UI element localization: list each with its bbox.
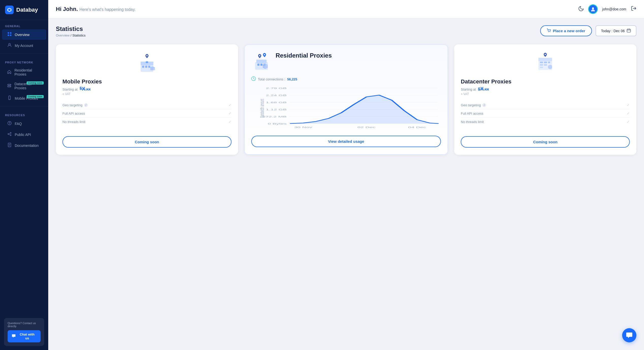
mobile-badge: Coming soon xyxy=(27,95,44,98)
mobile-cta-button[interactable]: Coming soon xyxy=(62,136,232,148)
chat-icon xyxy=(12,334,16,339)
sidebar-item-label: Public API xyxy=(15,133,31,137)
svg-point-8 xyxy=(10,86,11,87)
svg-rect-3 xyxy=(10,34,11,36)
theme-toggle-icon[interactable] xyxy=(578,6,584,12)
datacenter-card-title: Datacenter Proxies xyxy=(461,78,630,85)
sidebar-item-mobile[interactable]: Mobile Proxies Coming soon xyxy=(2,93,46,103)
mobile-card-title: Mobile Proxies xyxy=(62,78,232,85)
sidebar-item-residential[interactable]: Residential Proxies xyxy=(2,66,46,79)
threads-check: ✓ xyxy=(228,120,232,124)
datacenter-icon xyxy=(7,83,11,89)
mobile-price-dec: .XX xyxy=(85,88,91,91)
sidebar-item-documentation[interactable]: Documentation xyxy=(2,140,46,151)
bandwidth-chart: 2.79 GB 2.24 GB 1.68 GB 1.12 GB 572.2 MB… xyxy=(251,85,441,131)
svg-point-73 xyxy=(545,54,546,55)
logo[interactable]: Databay xyxy=(0,0,48,20)
svg-point-35 xyxy=(146,55,147,56)
datacenter-starting-at: Starting at xyxy=(461,88,476,91)
datacenter-cta-button[interactable]: Coming soon xyxy=(461,136,630,148)
connections-label: Total connections : xyxy=(258,77,285,81)
dc-geo-info-icon: i xyxy=(482,103,486,107)
mobile-cta-label: Coming soon xyxy=(135,140,159,144)
svg-rect-66 xyxy=(538,58,552,61)
sidebar-bottom: Questions? Contact us directly Chat with… xyxy=(0,314,48,350)
datacenter-feature-geo: Geo targeting i ✓ xyxy=(461,101,630,109)
page-content: Statistics Overview / Statistics xyxy=(48,18,644,350)
svg-text:?: ? xyxy=(9,122,10,125)
my-account-icon xyxy=(7,43,12,48)
date-picker-button[interactable]: Today : Dec 06 xyxy=(596,25,636,36)
dc-geo-label-text: Geo targeting xyxy=(461,103,481,107)
svg-rect-71 xyxy=(544,64,547,66)
residential-icon xyxy=(7,70,11,75)
user-email: john@doe.com xyxy=(602,7,626,11)
feature-geo-label: Geo targeting i xyxy=(62,103,88,107)
svg-rect-68 xyxy=(544,62,547,63)
mobile-illustration xyxy=(62,51,232,74)
datacenter-cta-label: Coming soon xyxy=(533,140,557,144)
header-right: john@doe.com xyxy=(578,4,636,14)
svg-point-4 xyxy=(9,43,10,45)
svg-rect-69 xyxy=(548,62,550,63)
svg-rect-33 xyxy=(148,66,150,68)
geo-check: ✓ xyxy=(228,103,232,107)
mobile-feature-geo: Geo targeting i ✓ xyxy=(62,101,232,109)
residential-proxies-card: Residential Proxies Total connections : … xyxy=(244,44,448,155)
svg-rect-70 xyxy=(540,64,543,66)
sidebar-item-label: FAQ xyxy=(15,122,22,126)
svg-line-16 xyxy=(9,133,10,134)
public-api-icon xyxy=(7,132,12,137)
mobile-icon xyxy=(7,96,12,101)
mobile-starting-at: Starting at xyxy=(62,88,77,91)
svg-rect-1 xyxy=(10,32,11,34)
sidebar-item-label: Residential Proxies xyxy=(14,68,41,76)
svg-point-34 xyxy=(146,61,148,63)
view-usage-label: View detailed usage xyxy=(328,139,364,144)
breadcrumb-home[interactable]: Overview xyxy=(56,33,70,37)
svg-point-46 xyxy=(259,55,260,56)
api-check: ✓ xyxy=(228,111,232,115)
logo-text: Databay xyxy=(16,7,38,13)
api-label-text: Full API access xyxy=(62,112,85,115)
svg-text:2.24 GB: 2.24 GB xyxy=(266,94,287,97)
header: Hi John. Here's what's happening today. … xyxy=(48,0,644,18)
page-actions: Place a new order Today : Dec 06 xyxy=(540,25,636,36)
svg-text:1.12 GB: 1.12 GB xyxy=(266,108,287,111)
date-label: Today : Dec 06 xyxy=(601,29,625,33)
mobile-proxies-card: Mobile Proxies Starting at $ X .XX + VAT… xyxy=(56,44,238,155)
sidebar-section-general: General xyxy=(0,20,48,29)
datacenter-features-list: Geo targeting i ✓ Full API access ✓ No t… xyxy=(461,101,630,131)
svg-text:572.2 MB: 572.2 MB xyxy=(262,115,287,118)
page-header: Statistics Overview / Statistics xyxy=(56,25,636,37)
cards-grid: Mobile Proxies Starting at $ X .XX + VAT… xyxy=(56,44,636,155)
sidebar-item-faq[interactable]: ? FAQ xyxy=(2,118,46,129)
logo-icon xyxy=(5,6,14,14)
dc-threads-label-text: No threads limit xyxy=(461,120,484,124)
svg-point-13 xyxy=(8,134,9,135)
svg-rect-40 xyxy=(257,64,259,66)
dc-api-check: ✓ xyxy=(627,111,630,115)
dc-api-label-text: Full API access xyxy=(461,112,483,115)
logout-icon[interactable] xyxy=(631,6,636,12)
sidebar-item-public-api[interactable]: Public API xyxy=(2,129,46,140)
sidebar-item-my-account[interactable]: My Account xyxy=(2,40,46,51)
user-avatar xyxy=(588,4,598,14)
svg-point-14 xyxy=(10,132,11,133)
svg-rect-41 xyxy=(260,64,262,66)
chat-with-us-button[interactable]: Chat with us xyxy=(8,330,41,342)
chat-contact-box: Questions? Contact us directly Chat with… xyxy=(4,318,44,346)
chat-box-label: Questions? Contact us directly xyxy=(8,322,41,328)
sidebar-section-proxy: Proxy Network xyxy=(0,56,48,65)
floating-chat-button[interactable] xyxy=(622,328,636,342)
sidebar-item-overview[interactable]: Overview xyxy=(2,29,46,40)
page-title: Statistics xyxy=(56,25,86,32)
svg-text:30 Nov: 30 Nov xyxy=(294,126,312,129)
breadcrumb-current: Statistics xyxy=(72,33,86,37)
place-order-button[interactable]: Place a new order xyxy=(540,25,592,36)
sidebar-item-datacenter[interactable]: Datacenter Proxies Coming soon xyxy=(2,79,46,93)
svg-point-10 xyxy=(9,99,9,99)
mobile-price-wrap: Starting at $ X .XX xyxy=(62,86,232,92)
place-order-label: Place a new order xyxy=(553,29,585,33)
view-usage-button[interactable]: View detailed usage xyxy=(251,136,441,147)
